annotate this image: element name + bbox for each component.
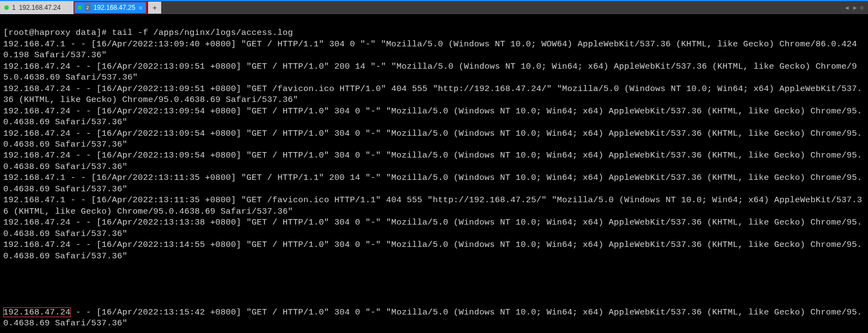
blank-line: [3, 284, 865, 295]
log-line: 192.168.47.24 - - [16/Apr/2022:13:13:38 …: [3, 217, 862, 238]
blank-line: [3, 262, 865, 273]
log-line: 192.168.47.24 - - [16/Apr/2022:13:09:54 …: [3, 106, 862, 127]
status-dot-icon: [78, 5, 82, 10]
titlebar-nav: ◄ ► ≡: [844, 4, 864, 11]
highlighted-ip: 192.168.47.24: [3, 307, 71, 317]
log-line-rest: - - [16/Apr/2022:13:15:42 +0800] "GET / …: [3, 307, 862, 328]
tab-bar: 1 192.168.47.24 2 192.168.47.25 × + ◄ ► …: [0, 0, 868, 14]
close-icon[interactable]: ×: [138, 4, 143, 12]
log-line-highlighted: 192.168.47.24 - - [16/Apr/2022:13:15:42 …: [3, 307, 862, 328]
log-line: 192.168.47.24 - - [16/Apr/2022:13:09:54 …: [3, 129, 862, 149]
chevron-right-icon[interactable]: ►: [852, 4, 858, 11]
menu-icon[interactable]: ≡: [860, 4, 864, 11]
tab-label: 192.168.47.24: [19, 4, 61, 11]
log-line: 192.168.47.1 - - [16/Apr/2022:13:11:35 +…: [3, 173, 862, 193]
tab-label: 192.168.47.25: [94, 4, 136, 11]
log-line: 192.168.47.24 - - [16/Apr/2022:13:09:54 …: [3, 150, 862, 171]
status-dot-icon: [4, 5, 9, 10]
log-line: 192.168.47.1 - - [16/Apr/2022:13:11:35 +…: [3, 195, 862, 216]
terminal-output[interactable]: [root@haproxy data]# tail -f /apps/nginx…: [0, 14, 868, 331]
tab-192-168-47-24[interactable]: 1 192.168.47.24: [0, 1, 74, 14]
tab-index: 1: [12, 4, 16, 11]
tab-192-168-47-25[interactable]: 2 192.168.47.25 ×: [74, 1, 147, 14]
log-line: 192.168.47.1 - - [16/Apr/2022:13:09:40 +…: [3, 39, 857, 60]
prompt-line: [root@haproxy data]# tail -f /apps/nginx…: [3, 28, 293, 38]
log-line: 192.168.47.24 - - [16/Apr/2022:13:14:55 …: [3, 240, 862, 261]
log-line: 192.168.47.24 - - [16/Apr/2022:13:09:51 …: [3, 84, 862, 105]
add-tab-button[interactable]: +: [148, 2, 161, 14]
log-line: 192.168.47.24 - - [16/Apr/2022:13:09:51 …: [3, 62, 857, 82]
plus-icon: +: [152, 3, 157, 12]
tab-badge: 2: [85, 4, 90, 11]
chevron-left-icon[interactable]: ◄: [844, 4, 850, 11]
